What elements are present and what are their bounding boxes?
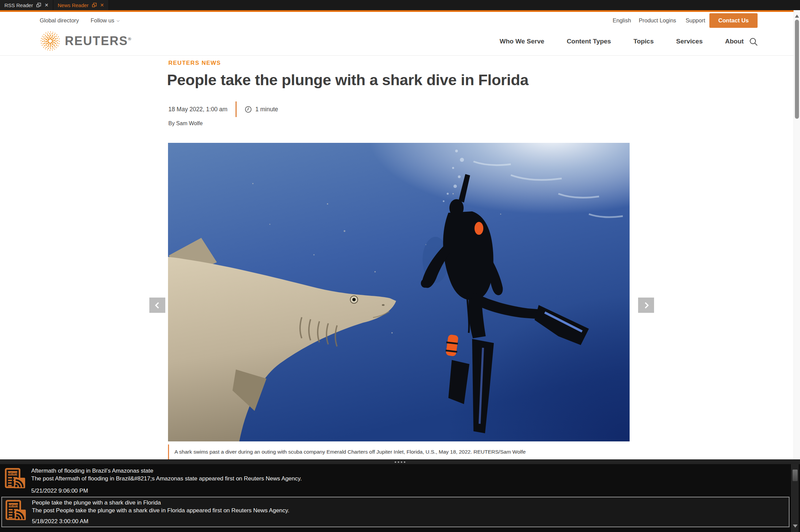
feed-scrollbar[interactable] <box>791 464 799 532</box>
photo-caption: A shark swims past a diver during an out… <box>168 444 724 459</box>
nav-about[interactable]: About <box>725 38 744 45</box>
tab-rss-reader[interactable]: RSS Reader ✕ <box>0 0 53 10</box>
scroll-down-icon[interactable] <box>793 525 798 528</box>
article-meta: 18 May 2022, 1:00 am 1 minute <box>168 101 278 117</box>
feed-item-title: Aftermath of flooding in Brazil’s Amazon… <box>31 467 786 474</box>
scrollbar-thumb[interactable] <box>795 20 799 119</box>
read-time-label: 1 minute <box>255 106 278 113</box>
close-icon[interactable]: ✕ <box>44 3 49 7</box>
list-item-selected[interactable]: NEWS People take the plunge with a shark… <box>1 497 789 527</box>
feed-item-text: People take the plunge with a shark dive… <box>32 499 785 525</box>
chevron-right-icon <box>643 302 650 309</box>
grip-icon <box>395 461 396 463</box>
nav-topics[interactable]: Topics <box>633 38 654 45</box>
tab-label: News Reader <box>58 2 89 8</box>
chevron-left-icon <box>154 302 161 309</box>
rss-news-icon: NEWS <box>5 468 26 489</box>
language-link[interactable]: English <box>613 17 631 24</box>
feed-item-body: The post People take the plunge with a s… <box>32 507 785 514</box>
nav-services[interactable]: Services <box>676 38 703 45</box>
article-photo <box>168 143 630 441</box>
rss-news-icon: NEWS <box>5 500 26 521</box>
close-icon[interactable]: ✕ <box>100 3 104 7</box>
main-nav: Who We Serve Content Types Topics Servic… <box>500 38 744 45</box>
shark-diver-photo <box>168 143 630 441</box>
panel-splitter[interactable] <box>0 459 800 464</box>
nav-content-types[interactable]: Content Types <box>567 38 611 45</box>
article-byline: By Sam Wolfe <box>168 120 203 127</box>
reuters-logo[interactable]: REUTERS® <box>40 31 132 52</box>
tab-label: RSS Reader <box>4 2 33 8</box>
brand-name: REUTERS® <box>65 34 132 48</box>
clock-icon <box>245 106 252 113</box>
grip-icon <box>398 461 399 463</box>
follow-us-label: Follow us <box>91 17 114 23</box>
feed-item-text: Aftermath of flooding in Brazil’s Amazon… <box>31 467 786 494</box>
app-window: RSS Reader ✕ News Reader ✕ Global direct… <box>0 0 800 532</box>
contact-us-button[interactable]: Contact Us <box>709 13 758 28</box>
restore-icon[interactable] <box>92 3 97 7</box>
product-logins-link[interactable]: Product Logins <box>639 17 676 24</box>
main-scrollbar[interactable] <box>794 12 800 459</box>
registered-mark: ® <box>128 36 132 41</box>
feed-item-date: 5/18/2022 3:00:00 AM <box>32 518 785 525</box>
tab-news-reader[interactable]: News Reader ✕ <box>53 0 109 10</box>
search-icon[interactable] <box>749 37 758 46</box>
scroll-up-icon[interactable] <box>795 15 799 18</box>
meta-divider <box>236 101 237 117</box>
carousel-prev-button[interactable] <box>149 298 165 313</box>
list-item[interactable]: NEWS Aftermath of flooding in Brazil’s A… <box>1 466 789 496</box>
tab-bar: RSS Reader ✕ News Reader ✕ <box>0 0 800 10</box>
svg-text:NEWS: NEWS <box>8 504 19 507</box>
reuters-sphere-icon <box>40 31 61 52</box>
nav-who-we-serve[interactable]: Who We Serve <box>500 38 544 45</box>
page-title: People take the plunge with a shark dive… <box>167 71 591 89</box>
chevron-down-icon: ⌵ <box>117 18 119 23</box>
feed-item-date: 5/21/2022 9:06:00 PM <box>31 488 786 494</box>
grip-icon <box>401 461 402 463</box>
grip-icon <box>404 461 405 463</box>
support-link[interactable]: Support <box>686 17 705 24</box>
feed-scrollbar-thumb[interactable] <box>793 470 798 481</box>
svg-text:NEWS: NEWS <box>8 472 18 475</box>
article-eyebrow: REUTERS NEWS <box>168 60 221 66</box>
restore-icon[interactable] <box>36 3 41 7</box>
read-time: 1 minute <box>245 106 278 113</box>
feed-item-title: People take the plunge with a shark dive… <box>32 499 785 506</box>
article-date: 18 May 2022, 1:00 am <box>168 106 227 113</box>
feed-item-body: The post Aftermath of flooding in Brazil… <box>31 475 786 482</box>
global-directory-link[interactable]: Global directory <box>40 17 79 24</box>
feed-panel: NEWS Aftermath of flooding in Brazil’s A… <box>0 464 800 532</box>
follow-us-link[interactable]: Follow us⌵ <box>91 17 119 24</box>
site-header: Global directory Follow us⌵ English Prod… <box>0 12 794 56</box>
carousel-next-button[interactable] <box>638 298 654 313</box>
